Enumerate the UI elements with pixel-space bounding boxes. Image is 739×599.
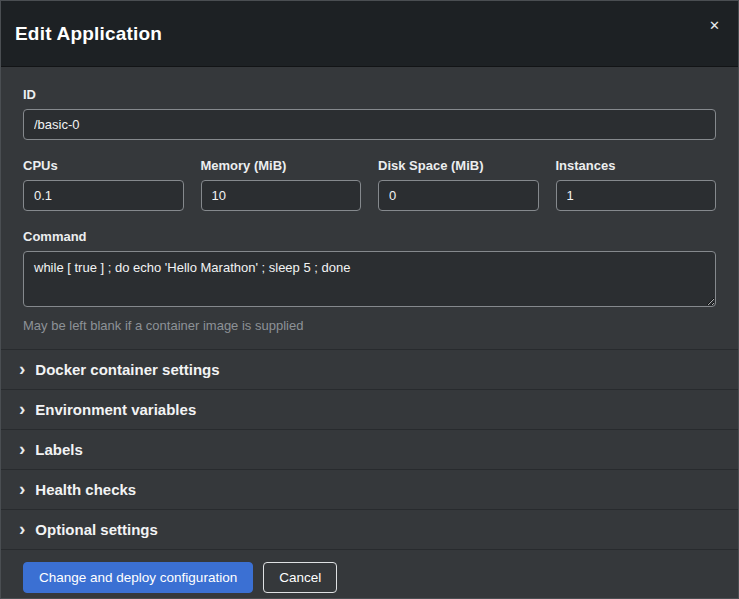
chevron-right-icon: › [19,479,25,498]
id-label: ID [23,87,716,102]
edit-application-modal: Edit Application ✕ ID CPUs Memory (MiB) … [0,0,739,599]
disk-field-group: Disk Space (MiB) [378,158,539,211]
section-label: Docker container settings [35,361,219,378]
memory-input[interactable] [201,180,362,211]
instances-label: Instances [556,158,717,173]
section-label: Labels [35,441,83,458]
section-label: Environment variables [35,401,196,418]
close-icon[interactable]: ✕ [705,15,724,36]
memory-field-group: Memory (MiB) [201,158,362,211]
section-docker-container-settings[interactable]: › Docker container settings [1,349,738,389]
change-and-deploy-button[interactable]: Change and deploy configuration [23,562,253,593]
section-optional-settings[interactable]: › Optional settings [1,509,738,549]
cpus-field-group: CPUs [23,158,184,211]
cpus-label: CPUs [23,158,184,173]
memory-label: Memory (MiB) [201,158,362,173]
chevron-right-icon: › [19,399,25,418]
modal-title: Edit Application [15,23,162,45]
section-labels[interactable]: › Labels [1,429,738,469]
command-field-group: Command while [ true ] ; do echo 'Hello … [23,229,716,333]
section-label: Health checks [35,481,136,498]
modal-body: ID CPUs Memory (MiB) Disk Space (MiB) In… [1,67,738,333]
resources-row: CPUs Memory (MiB) Disk Space (MiB) Insta… [23,158,716,211]
cpus-input[interactable] [23,180,184,211]
id-input[interactable] [23,109,716,140]
disk-label: Disk Space (MiB) [378,158,539,173]
chevron-right-icon: › [19,359,25,378]
command-label: Command [23,229,716,244]
command-help-text: May be left blank if a container image i… [23,318,716,333]
chevron-right-icon: › [19,519,25,538]
section-health-checks[interactable]: › Health checks [1,469,738,509]
instances-input[interactable] [556,180,717,211]
modal-footer: Change and deploy configuration Cancel [1,549,738,599]
id-field-group: ID [23,87,716,140]
section-environment-variables[interactable]: › Environment variables [1,389,738,429]
section-label: Optional settings [35,521,158,538]
disk-input[interactable] [378,180,539,211]
command-textarea[interactable]: while [ true ] ; do echo 'Hello Marathon… [23,251,716,307]
cancel-button[interactable]: Cancel [263,562,337,593]
chevron-right-icon: › [19,439,25,458]
collapsible-sections: › Docker container settings › Environmen… [1,349,738,549]
modal-header: Edit Application ✕ [1,1,738,67]
instances-field-group: Instances [556,158,717,211]
